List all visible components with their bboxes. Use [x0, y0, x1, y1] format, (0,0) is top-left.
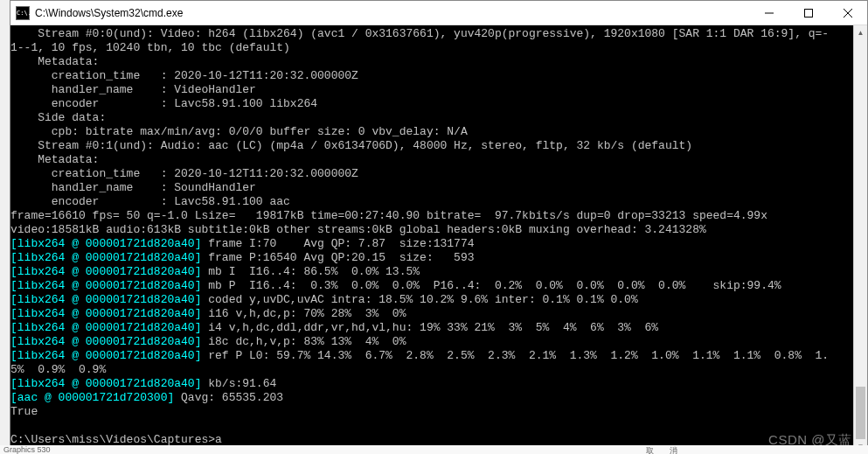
maximize-button[interactable]	[788, 1, 828, 25]
svg-rect-1	[804, 9, 812, 17]
log-message: mb I I16..4: 86.5% 0.0% 13.5%	[201, 265, 420, 278]
console-line	[10, 419, 867, 433]
console-line: 5% 0.9% 0.9%	[10, 363, 867, 377]
scroll-thumb[interactable]	[856, 387, 865, 439]
log-tag: [libx264 @ 000001721d820a40]	[10, 321, 201, 334]
console-output[interactable]: Stream #0:0(und): Video: h264 (libx264) …	[10, 25, 867, 453]
log-tag: [libx264 @ 000001721d820a40]	[10, 307, 201, 320]
console-line: [libx264 @ 000001721d820a40] frame P:165…	[10, 251, 867, 265]
console-line: Metadata:	[10, 55, 867, 69]
console-line: encoder : Lavc58.91.100 aac	[10, 195, 867, 209]
log-message: i4 v,h,dc,ddl,ddr,vr,hd,vl,hu: 19% 33% 2…	[201, 321, 658, 334]
log-tag: [aac @ 000001721d720300]	[10, 391, 174, 404]
log-tag: [libx264 @ 000001721d820a40]	[10, 251, 201, 264]
window-title: C:\Windows\System32\cmd.exe	[35, 7, 749, 19]
console-line: [libx264 @ 000001721d820a40] ref P L0: 5…	[10, 349, 867, 363]
console-line: frame=16610 fps= 50 q=-1.0 Lsize= 19817k…	[10, 209, 867, 223]
cmd-window: C:\. C:\Windows\System32\cmd.exe Stream …	[10, 0, 868, 454]
console-line: creation_time : 2020-10-12T11:20:32.0000…	[10, 69, 867, 83]
taskbar-left-text: Graphics 530	[3, 445, 51, 454]
console-line: handler_name : SoundHandler	[10, 181, 867, 195]
log-message: frame I:70 Avg QP: 7.87 size:131774	[201, 237, 474, 250]
console-line: cpb: bitrate max/min/avg: 0/0/0 buffer s…	[10, 125, 867, 139]
console-line: encoder : Lavc58.91.100 libx264	[10, 97, 867, 111]
log-tag: [libx264 @ 000001721d820a40]	[10, 265, 201, 278]
log-tag: [libx264 @ 000001721d820a40]	[10, 279, 201, 292]
console-line: [libx264 @ 000001721d820a40] kb/s:91.64	[10, 377, 867, 391]
console-line: Stream #0:0(und): Video: h264 (libx264) …	[10, 27, 867, 41]
console-line: Metadata:	[10, 153, 867, 167]
console-line: [libx264 @ 000001721d820a40] coded y,uvD…	[10, 293, 867, 307]
console-line: [libx264 @ 000001721d820a40] i8c dc,h,v,…	[10, 335, 867, 349]
console-line: [libx264 @ 000001721d820a40] i4 v,h,dc,d…	[10, 321, 867, 335]
console-line: 1--1, 10 fps, 10240 tbn, 10 tbc (default…	[10, 41, 867, 55]
console-line: [aac @ 000001721d720300] Qavg: 65535.203	[10, 391, 867, 405]
console-line: Stream #0:1(und): Audio: aac (LC) (mp4a …	[10, 139, 867, 153]
log-message: i8c dc,h,v,p: 83% 13% 4% 0%	[201, 335, 406, 348]
taskbar-right-text: 取消	[646, 445, 693, 454]
scroll-up-icon[interactable]: ▲	[854, 25, 867, 39]
window-buttons	[749, 1, 867, 25]
taskbar-fragment: Graphics 530 取消	[0, 445, 868, 454]
scrollbar[interactable]: ▲ ▼	[853, 25, 867, 453]
console-line: Side data:	[10, 111, 867, 125]
log-tag: [libx264 @ 000001721d820a40]	[10, 293, 201, 306]
console-line: [libx264 @ 000001721d820a40] mb P I16..4…	[10, 279, 867, 293]
minimize-button[interactable]	[749, 1, 788, 25]
log-tag: [libx264 @ 000001721d820a40]	[10, 335, 201, 348]
log-message: i16 v,h,dc,p: 70% 28% 3% 0%	[201, 307, 406, 320]
console-line: [libx264 @ 000001721d820a40] i16 v,h,dc,…	[10, 307, 867, 321]
console-line: [libx264 @ 000001721d820a40] frame I:70 …	[10, 237, 867, 251]
cmd-icon: C:\.	[16, 6, 30, 20]
close-button[interactable]	[828, 1, 867, 25]
log-message: Qavg: 65535.203	[174, 391, 283, 404]
console-line: [libx264 @ 000001721d820a40] mb I I16..4…	[10, 265, 867, 279]
log-tag: [libx264 @ 000001721d820a40]	[10, 349, 201, 362]
log-tag: [libx264 @ 000001721d820a40]	[10, 237, 201, 250]
log-message: frame P:16540 Avg QP:20.15 size: 593	[201, 251, 474, 264]
log-message: kb/s:91.64	[201, 377, 276, 390]
log-message: ref P L0: 59.7% 14.3% 6.7% 2.8% 2.5% 2.3…	[201, 349, 829, 362]
log-tag: [libx264 @ 000001721d820a40]	[10, 377, 201, 390]
console-line: creation_time : 2020-10-12T11:20:32.0000…	[10, 167, 867, 181]
console-line: True	[10, 405, 867, 419]
titlebar[interactable]: C:\. C:\Windows\System32\cmd.exe	[10, 1, 867, 25]
scroll-track[interactable]	[854, 39, 867, 439]
console-line: video:18581kB audio:613kB subtitle:0kB o…	[10, 223, 867, 237]
console-line: handler_name : VideoHandler	[10, 83, 867, 97]
log-message: mb P I16..4: 0.3% 0.0% 0.0% P16..4: 0.2%…	[201, 279, 781, 292]
log-message: coded y,uvDC,uvAC intra: 18.5% 10.2% 9.6…	[201, 293, 637, 306]
